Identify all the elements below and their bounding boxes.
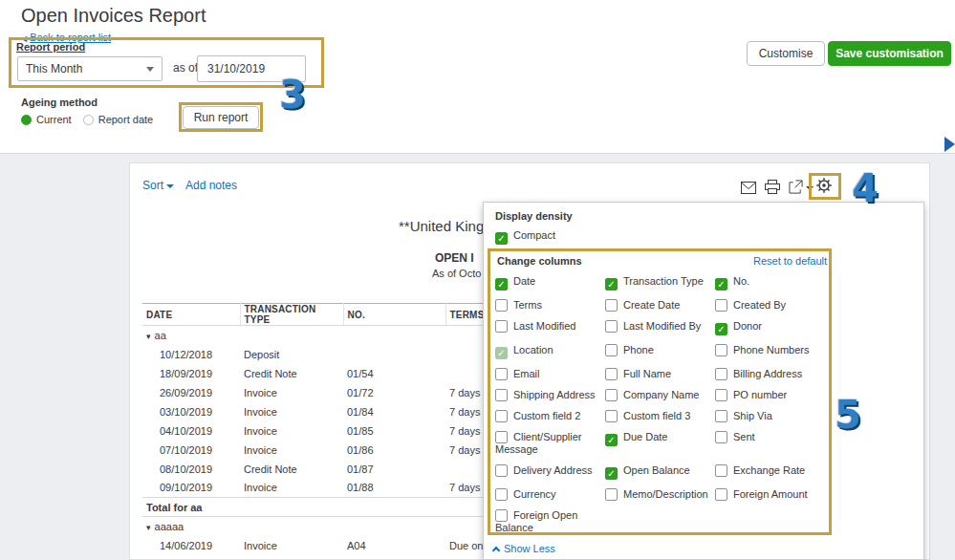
column-option-created-by[interactable]: Created By	[715, 299, 824, 312]
no-cell: 01/72	[343, 383, 445, 402]
checkbox-icon[interactable]	[605, 368, 618, 380]
show-less-link[interactable]: Show Less	[493, 543, 555, 554]
column-option-phone[interactable]: Phone	[605, 344, 715, 356]
column-option-donor[interactable]: Donor	[715, 320, 824, 335]
add-notes-link[interactable]: Add notes	[185, 179, 237, 192]
ageing-method-label: Ageing method	[21, 97, 98, 108]
checkbox-icon[interactable]	[495, 347, 508, 359]
checkbox-icon[interactable]	[495, 299, 508, 312]
column-option-label: Ship Via	[733, 410, 772, 421]
save-customisation-button[interactable]: Save customisation	[828, 41, 951, 66]
column-option-currency[interactable]: Currency	[495, 488, 605, 501]
page-header: Open Invoices Report ◀Back to report lis…	[0, 0, 955, 154]
no-cell: 01/86	[343, 441, 445, 460]
checkbox-icon[interactable]	[605, 488, 618, 501]
checkbox-icon[interactable]	[715, 389, 727, 401]
column-option-phone-numbers[interactable]: Phone Numbers	[715, 344, 824, 356]
checkbox-icon[interactable]	[605, 344, 618, 356]
column-option-date[interactable]: Date	[495, 275, 605, 291]
checkbox-icon[interactable]	[495, 488, 508, 501]
column-option-create-date[interactable]: Create Date	[605, 299, 715, 312]
radio-current[interactable]	[21, 115, 32, 125]
reset-to-default-link[interactable]: Reset to default	[753, 255, 827, 267]
checkbox-icon[interactable]	[495, 320, 508, 333]
checkbox-icon[interactable]	[495, 464, 508, 477]
collapse-group-icon[interactable]: ▾	[146, 523, 151, 532]
column-option-label: Foreign Amount	[733, 488, 808, 500]
column-option-full-name[interactable]: Full Name	[605, 368, 715, 380]
column-option-shipping-address[interactable]: Shipping Address	[495, 389, 605, 401]
column-option-custom-field-2[interactable]: Custom field 2	[495, 410, 605, 422]
column-option-label: Sent	[733, 431, 755, 442]
checkbox-icon[interactable]	[495, 389, 508, 401]
column-option-foreign-amount[interactable]: Foreign Amount	[715, 488, 824, 501]
date-cell: 03/10/2019	[142, 402, 240, 421]
column-option-client-supplier-message[interactable]: Client/Supplier Message	[495, 431, 605, 456]
collapse-group-icon[interactable]: ▾	[146, 332, 151, 341]
checkbox-icon[interactable]	[495, 278, 508, 291]
email-icon[interactable]	[741, 181, 756, 198]
column-option-exchange-rate[interactable]: Exchange Rate	[715, 464, 824, 477]
column-option-email[interactable]: Email	[495, 368, 605, 380]
checkbox-icon[interactable]	[715, 464, 727, 477]
export-chevron-icon[interactable]	[806, 186, 814, 190]
column-option-label: Client/Supplier Message	[495, 431, 582, 455]
checkbox-icon[interactable]	[715, 488, 727, 501]
checkbox-icon[interactable]	[715, 299, 727, 312]
column-option-po-number[interactable]: PO number	[715, 389, 824, 401]
customise-button[interactable]: Customise	[747, 41, 825, 66]
compact-checkbox-option[interactable]: Compact	[495, 229, 555, 245]
checkbox-icon[interactable]	[605, 467, 618, 480]
checkbox-icon[interactable]	[495, 509, 508, 522]
export-icon[interactable]	[789, 180, 803, 198]
checkbox-icon[interactable]	[605, 320, 618, 333]
columns-grid: DateTransaction TypeNo.TermsCreate DateC…	[495, 275, 824, 534]
column-option-ship-via[interactable]: Ship Via	[715, 410, 824, 422]
date-cell: 26/09/2019	[142, 383, 240, 402]
column-option-billing-address[interactable]: Billing Address	[715, 368, 824, 380]
checkbox-icon[interactable]	[605, 410, 618, 422]
checkbox-icon[interactable]	[715, 431, 727, 443]
display-density-label: Display density	[495, 210, 573, 222]
checkbox-icon[interactable]	[715, 410, 727, 422]
checkbox-icon[interactable]	[605, 278, 618, 291]
column-option-label: No.	[733, 275, 749, 287]
column-option-foreign-open-balance[interactable]: Foreign Open Balance	[495, 509, 605, 534]
column-option-custom-field-3[interactable]: Custom field 3	[605, 410, 715, 422]
checkbox-icon[interactable]	[605, 299, 618, 312]
report-period-value: This Month	[26, 62, 82, 75]
column-option-no-[interactable]: No.	[715, 275, 824, 291]
transaction-type-cell: Invoice	[240, 479, 343, 498]
checkbox-icon[interactable]	[495, 368, 508, 380]
radio-report-date[interactable]	[83, 115, 94, 125]
column-option-due-date[interactable]: Due Date	[605, 431, 715, 446]
checkbox-icon[interactable]	[495, 431, 508, 443]
column-option-terms[interactable]: Terms	[495, 299, 605, 312]
column-option-label: Last Modified	[513, 320, 575, 332]
checkbox-icon[interactable]	[715, 278, 727, 291]
column-option-location[interactable]: Location	[495, 344, 605, 359]
column-option-sent[interactable]: Sent	[715, 431, 824, 443]
sort-link[interactable]: Sort	[142, 179, 174, 192]
run-report-button[interactable]: Run report	[183, 106, 259, 129]
column-option-last-modified[interactable]: Last Modified	[495, 320, 605, 333]
report-period-select[interactable]: This Month	[17, 56, 163, 81]
open-invoices-report-page: Open Invoices Report ◀Back to report lis…	[0, 0, 955, 560]
checkbox-icon[interactable]	[495, 232, 508, 245]
checkbox-icon[interactable]	[715, 368, 727, 380]
column-option-last-modified-by[interactable]: Last Modified By	[605, 320, 715, 333]
settings-gear-icon[interactable]	[815, 177, 833, 198]
column-option-company-name[interactable]: Company Name	[605, 389, 715, 401]
print-icon[interactable]	[765, 180, 780, 198]
checkbox-icon[interactable]	[495, 410, 508, 422]
column-option-open-balance[interactable]: Open Balance	[605, 464, 715, 480]
column-option-transaction-type[interactable]: Transaction Type	[605, 275, 715, 291]
checkbox-icon[interactable]	[715, 344, 727, 356]
column-option-memo-description[interactable]: Memo/Description	[605, 488, 715, 501]
column-option-label: Company Name	[623, 389, 699, 400]
checkbox-icon[interactable]	[715, 323, 727, 335]
transaction-type-cell: Credit Note	[240, 364, 343, 383]
checkbox-icon[interactable]	[605, 434, 618, 446]
checkbox-icon[interactable]	[605, 389, 618, 401]
column-option-delivery-address[interactable]: Delivery Address	[495, 464, 605, 477]
